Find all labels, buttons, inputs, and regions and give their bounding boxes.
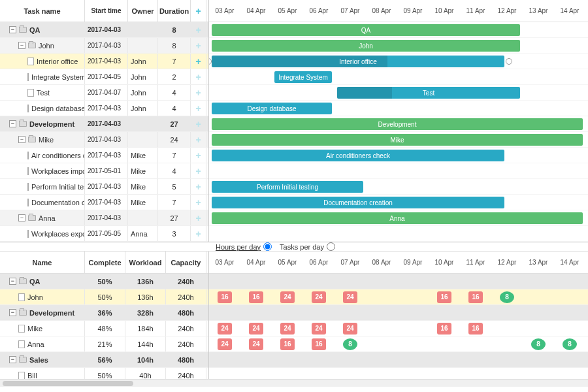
add-subtask-icon[interactable]: + [195, 25, 201, 35]
add-subtask-icon[interactable]: + [195, 103, 201, 114]
col-owner[interactable]: Owner [128, 0, 158, 22]
gantt-bar[interactable]: Interior office [212, 56, 504, 67]
gantt-bar[interactable]: Anna [212, 212, 583, 224]
gantt-row[interactable] [209, 163, 588, 179]
add-subtask-icon[interactable]: + [195, 72, 201, 82]
resource-diagram-row [209, 305, 588, 321]
gantt-bar[interactable]: John [212, 40, 520, 52]
col-add[interactable]: + [191, 0, 206, 22]
gantt-bar[interactable]: Air conditioners check [212, 150, 504, 161]
collapse-toggle[interactable]: − [9, 120, 16, 127]
collapse-toggle[interactable]: − [9, 356, 16, 363]
gantt-row[interactable]: Interior office [209, 54, 588, 69]
task-start: 2017-04-03 [85, 54, 128, 69]
add-subtask-icon[interactable]: + [195, 88, 201, 98]
gantt-bar[interactable]: Mike [212, 134, 583, 146]
task-row[interactable]: Workplaces exportation2017-05-05Anna3+ [0, 226, 208, 242]
task-row[interactable]: Integrate System2017-04-05John2+ [0, 69, 208, 85]
gantt-row[interactable]: QA [209, 22, 588, 38]
gantt-row[interactable]: Anna [209, 210, 588, 226]
resource-row[interactable]: −QA50%136h240h [0, 274, 208, 289]
mode-tasks[interactable]: Tasks per day [280, 242, 335, 251]
add-subtask-icon[interactable]: + [195, 213, 201, 223]
task-row[interactable]: −QA2017-04-038+ [0, 22, 208, 38]
resource-row[interactable]: Anna21%144h240h [0, 336, 208, 352]
gantt-row[interactable] [209, 226, 588, 242]
gantt-bar[interactable]: Documentation creation [212, 197, 504, 208]
gantt-bar[interactable]: Development [212, 118, 583, 130]
gantt-row[interactable]: Integrate System [209, 69, 588, 85]
col-complete[interactable]: Complete [85, 252, 125, 273]
task-row[interactable]: Workplaces importation2017-05-01Mike4+ [0, 163, 208, 179]
plus-icon[interactable]: + [195, 6, 201, 16]
scrollbar-thumb[interactable] [3, 381, 133, 386]
task-row[interactable]: −Anna2017-04-0327+ [0, 210, 208, 226]
col-start-time[interactable]: Start time [85, 0, 128, 22]
day-column: 06 Apr [303, 252, 335, 273]
add-subtask-icon[interactable]: + [195, 166, 201, 176]
collapse-toggle[interactable]: − [9, 309, 16, 316]
add-subtask-icon[interactable]: + [195, 229, 201, 239]
gantt-row[interactable]: Perform Initial testing [209, 179, 588, 195]
gantt-bars[interactable]: QAJohnInterior officeIntegrate SystemTes… [209, 22, 588, 242]
collapse-toggle[interactable]: − [9, 26, 16, 33]
radio-hours[interactable] [263, 242, 272, 251]
gantt-row[interactable]: John [209, 38, 588, 54]
gantt-row[interactable]: Mike [209, 132, 588, 148]
resource-complete: 48% [85, 321, 125, 336]
collapse-toggle[interactable]: − [9, 278, 16, 285]
resource-name-label: Development [29, 309, 74, 317]
task-row[interactable]: Air conditioners check2017-04-03Mike7+ [0, 148, 208, 163]
collapse-toggle[interactable]: − [18, 136, 25, 143]
task-row[interactable]: Test2017-04-07John4+ [0, 85, 208, 101]
gantt-bar[interactable]: QA [212, 24, 520, 36]
gantt-bar[interactable]: Design database [212, 103, 332, 114]
resource-name-label: QA [29, 278, 41, 286]
task-start: 2017-04-05 [85, 69, 128, 84]
resize-handle-right[interactable] [506, 58, 512, 65]
add-subtask-icon[interactable]: + [195, 41, 201, 51]
day-column: 11 Apr [460, 0, 491, 22]
task-row[interactable]: Perform Initial testing2017-04-03Mike5+ [0, 179, 208, 195]
col-duration[interactable]: Duration [158, 0, 191, 22]
resource-row[interactable]: −Development36%328h480h [0, 305, 208, 321]
task-row[interactable]: Interior office2017-04-03John7+ [0, 54, 208, 69]
task-name-label: QA [29, 26, 41, 34]
gantt-row[interactable]: Documentation creation [209, 195, 588, 210]
add-subtask-icon[interactable]: + [195, 182, 201, 192]
add-subtask-icon[interactable]: + [195, 56, 201, 67]
resource-row[interactable]: −Sales56%104h480h [0, 352, 208, 368]
collapse-toggle[interactable]: − [18, 214, 25, 221]
day-column: 06 Apr [303, 0, 335, 22]
col-capacity[interactable]: Capacity [166, 252, 206, 273]
col-workload[interactable]: Workload [125, 252, 166, 273]
gantt-row[interactable]: Development [209, 116, 588, 132]
gantt-bar[interactable]: Integrate System [274, 71, 332, 83]
col-task-name[interactable]: Task name [0, 0, 85, 22]
task-row[interactable]: Design database2017-04-03John4+ [0, 101, 208, 116]
radio-tasks[interactable] [327, 242, 335, 251]
gantt-chart[interactable]: 03 Apr04 Apr05 Apr06 Apr07 Apr08 Apr09 A… [209, 0, 588, 242]
gantt-bar[interactable]: Perform Initial testing [212, 181, 363, 193]
day-column: 10 Apr [429, 252, 460, 273]
col-name[interactable]: Name [0, 252, 85, 273]
gantt-row[interactable]: Design database [209, 101, 588, 116]
task-row[interactable]: −Mike2017-04-0324+ [0, 132, 208, 148]
task-row[interactable]: −John2017-04-038+ [0, 38, 208, 54]
add-subtask-icon[interactable]: + [195, 135, 201, 145]
file-icon [18, 372, 25, 380]
mode-hours[interactable]: Hours per day [216, 242, 272, 251]
collapse-toggle[interactable]: − [18, 42, 25, 49]
gantt-row[interactable]: Test [209, 85, 588, 101]
add-subtask-icon[interactable]: + [195, 119, 201, 129]
add-subtask-icon[interactable]: + [195, 150, 201, 161]
gantt-bar[interactable]: Test [337, 87, 520, 99]
add-subtask-icon[interactable]: + [195, 197, 201, 208]
task-row[interactable]: Documentation creation2017-04-03Mike7+ [0, 195, 208, 210]
horizontal-scrollbar[interactable] [0, 379, 588, 387]
gantt-row[interactable]: Air conditioners check [209, 148, 588, 163]
task-row[interactable]: −Development2017-04-0327+ [0, 116, 208, 132]
resource-row[interactable]: Mike48%184h240h [0, 321, 208, 336]
resource-name-label: John [27, 293, 43, 301]
resource-row[interactable]: John50%136h240h [0, 289, 208, 305]
